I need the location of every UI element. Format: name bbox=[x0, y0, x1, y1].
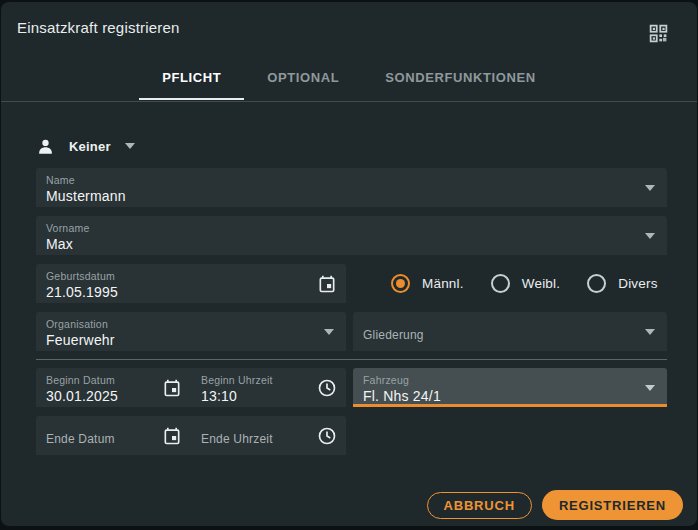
field-label: Beginn Uhrzeit bbox=[201, 374, 317, 386]
beginn-uhrzeit-field[interactable]: Beginn Uhrzeit 13:10 bbox=[191, 368, 346, 407]
tab-label: PFLICHT bbox=[162, 70, 221, 85]
tab-sonderfunktionen[interactable]: SONDERFUNKTIONEN bbox=[362, 54, 558, 100]
person-template-value: Keiner bbox=[69, 139, 111, 154]
ende-group: Ende Datum Ende Uhrzeit bbox=[36, 416, 346, 455]
radio-icon bbox=[587, 274, 606, 293]
cancel-button[interactable]: ABBRUCH bbox=[427, 492, 532, 519]
field-label: Beginn Datum bbox=[46, 374, 162, 386]
radio-label: Divers bbox=[618, 276, 657, 291]
radio-icon bbox=[391, 274, 410, 293]
qr-code-scan-icon[interactable] bbox=[648, 23, 669, 44]
radio-weiblich[interactable]: Weibl. bbox=[491, 274, 560, 293]
field-label: Name bbox=[46, 174, 645, 186]
field-value: 21.05.1995 bbox=[46, 283, 317, 301]
tab-pflicht[interactable]: PFLICHT bbox=[139, 54, 244, 100]
clock-icon[interactable] bbox=[317, 426, 337, 446]
calendar-icon[interactable] bbox=[162, 378, 182, 398]
field-label: Vorname bbox=[46, 222, 645, 234]
chevron-down-icon[interactable] bbox=[645, 329, 655, 335]
field-value: 13:10 bbox=[201, 387, 317, 405]
field-value: Mustermann bbox=[46, 187, 645, 205]
field-value: Max bbox=[46, 235, 645, 253]
field-value: 30.01.2025 bbox=[46, 387, 162, 405]
person-icon bbox=[36, 137, 55, 156]
register-button[interactable]: REGISTRIEREN bbox=[542, 490, 683, 520]
radio-divers[interactable]: Divers bbox=[587, 274, 657, 293]
ende-uhrzeit-field[interactable]: Ende Uhrzeit bbox=[191, 416, 346, 455]
beginn-datum-field[interactable]: Beginn Datum 30.01.2025 bbox=[36, 368, 191, 407]
person-template-select[interactable]: Keiner bbox=[36, 133, 166, 159]
tab-optional[interactable]: OPTIONAL bbox=[244, 54, 362, 100]
chevron-down-icon[interactable] bbox=[645, 185, 655, 191]
dialog-title: Einsatzkraft registrieren bbox=[17, 19, 180, 36]
gliederung-field[interactable]: Gliederung bbox=[353, 312, 667, 351]
chevron-down-icon bbox=[125, 143, 135, 149]
clock-icon[interactable] bbox=[317, 378, 337, 398]
radio-icon bbox=[491, 274, 510, 293]
beginn-group: Beginn Datum 30.01.2025 Beginn Uhrzeit 1… bbox=[36, 368, 346, 407]
vorname-field[interactable]: Vorname Max bbox=[36, 216, 667, 255]
field-label: Geburtsdatum bbox=[46, 270, 317, 282]
chevron-down-icon[interactable] bbox=[645, 385, 655, 391]
field-label: Fahrzeug bbox=[363, 374, 645, 386]
tab-label: SONDERFUNKTIONEN bbox=[385, 70, 535, 85]
action-bar: ABBRUCH REGISTRIEREN bbox=[427, 490, 683, 520]
name-field[interactable]: Name Mustermann bbox=[36, 168, 667, 207]
radio-maennlich[interactable]: Männl. bbox=[391, 274, 464, 293]
tab-bar: PFLICHT OPTIONAL SONDERFUNKTIONEN bbox=[1, 54, 697, 100]
field-label: Gliederung bbox=[363, 329, 645, 341]
geburtsdatum-field[interactable]: Geburtsdatum 21.05.1995 bbox=[36, 264, 346, 303]
calendar-icon[interactable] bbox=[162, 426, 182, 446]
gender-radio-group: Männl. Weibl. Divers bbox=[353, 264, 667, 303]
field-label: Ende Datum bbox=[46, 433, 162, 445]
field-value: Feuerwehr bbox=[46, 331, 324, 349]
chevron-down-icon[interactable] bbox=[324, 329, 334, 335]
ende-datum-field[interactable]: Ende Datum bbox=[36, 416, 191, 455]
register-dialog: Einsatzkraft registrieren PFLICHT OPTION… bbox=[1, 2, 697, 526]
radio-label: Weibl. bbox=[522, 276, 560, 291]
calendar-icon[interactable] bbox=[317, 274, 337, 294]
field-label: Ende Uhrzeit bbox=[201, 433, 317, 445]
organisation-field[interactable]: Organisation Feuerwehr bbox=[36, 312, 346, 351]
section-divider bbox=[36, 359, 667, 360]
chevron-down-icon[interactable] bbox=[645, 233, 655, 239]
fahrzeug-field[interactable]: Fahrzeug Fl. Nhs 24/1 bbox=[353, 368, 667, 407]
field-value: Fl. Nhs 24/1 bbox=[363, 387, 645, 405]
radio-label: Männl. bbox=[422, 276, 464, 291]
form-body: Keiner Name Mustermann Vorname bbox=[1, 102, 697, 526]
field-label: Organisation bbox=[46, 318, 324, 330]
tab-label: OPTIONAL bbox=[267, 70, 339, 85]
